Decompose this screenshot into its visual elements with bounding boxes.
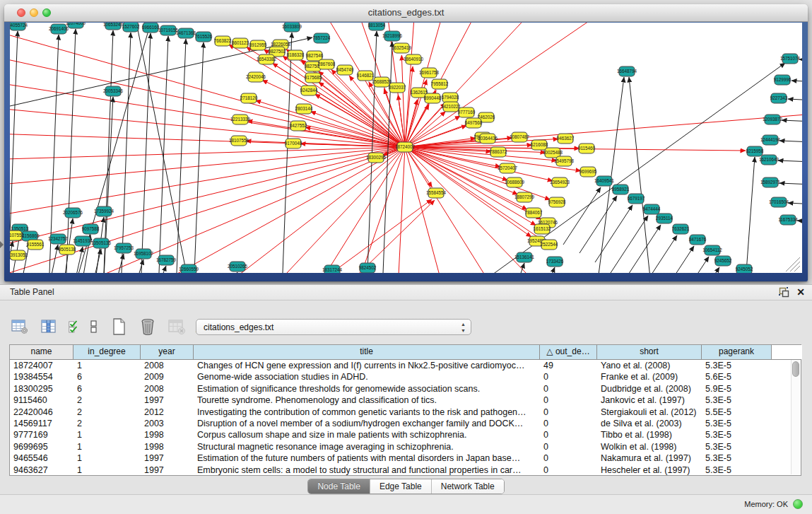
panel-collapse-handle-icon[interactable] [0, 241, 4, 248]
graph-node[interactable]: 8186328 [287, 50, 305, 60]
graph-node[interactable]: 6794028 [442, 93, 459, 103]
graph-node[interactable]: 12074009 [66, 23, 86, 28]
graph-node[interactable]: 16210643 [759, 155, 779, 165]
graph-node[interactable]: 20510265 [228, 262, 248, 271]
graph-node[interactable]: 20206576 [63, 208, 83, 218]
graph-node[interactable]: 8958921 [612, 185, 630, 194]
graph-node[interactable]: 9505138 [59, 245, 76, 255]
float-window-icon[interactable] [778, 286, 789, 298]
graph-node[interactable]: 8990448 [424, 93, 442, 103]
network-window-titlebar[interactable]: citations_edges.txt [4, 4, 808, 22]
graph-node[interactable]: 20053346 [103, 86, 124, 96]
graph-node[interactable]: 9175685 [305, 73, 322, 83]
graph-node[interactable]: 16033809 [282, 23, 302, 32]
column-header-name[interactable]: name [10, 345, 73, 359]
graph-node[interactable]: 17957253 [114, 243, 134, 253]
table-row[interactable]: 946362711997Embryonic stem cells: a mode… [10, 465, 801, 476]
graph-node[interactable]: 22420046 [246, 72, 266, 82]
memory-ok-icon[interactable] [793, 499, 803, 509]
graph-node[interactable]: 9227343 [770, 93, 788, 103]
table-row[interactable]: 1872400712008Changes of HCN gene express… [10, 360, 801, 371]
graph-node[interactable]: 14055724 [10, 23, 28, 30]
graph-node[interactable]: 2522544 [541, 240, 558, 250]
graph-node[interactable]: 7886372 [490, 147, 507, 157]
graph-node[interactable]: 9245052 [736, 264, 753, 273]
graph-node[interactable]: 8427552 [290, 121, 307, 131]
table-row[interactable]: 1830029562008Estimation of significance … [10, 383, 801, 395]
row-options-button[interactable] [88, 317, 100, 336]
graph-node[interactable]: 18300295 [366, 153, 387, 163]
graph-node[interactable]: 13913051 [10, 250, 28, 260]
table-row[interactable]: 969969511998Structural magnetic resonanc… [10, 441, 801, 452]
table-row[interactable]: 2242004622012Investigating the contribut… [10, 407, 801, 418]
graph-node[interactable]: 20364436 [478, 134, 498, 144]
graph-node[interactable]: 17359924 [94, 206, 114, 216]
table-row[interactable]: 911546021997Tourette syndrome. Phenomeno… [10, 395, 801, 406]
table-selector[interactable]: citations_edges.txt ▲▼ [196, 319, 471, 335]
graph-node[interactable]: 16543382 [257, 54, 277, 64]
graph-node[interactable]: 7857224 [313, 33, 331, 43]
graph-node[interactable]: 13505135 [91, 238, 112, 248]
graph-node[interactable]: 7955812 [431, 79, 449, 89]
column-header-in_degree[interactable]: in_degree [73, 345, 141, 359]
graph-node[interactable]: 8601123 [232, 38, 249, 48]
graph-node[interactable]: 9699695 [579, 167, 597, 177]
graph-node[interactable]: 9115460 [578, 144, 596, 153]
graph-node[interactable]: 9170048 [285, 139, 302, 148]
graph-node[interactable]: 15751074 [780, 54, 801, 64]
graph-node[interactable]: 15892971 [760, 177, 781, 187]
graph-node[interactable]: 8922037 [389, 83, 406, 93]
graph-node[interactable]: 12444194 [760, 135, 781, 145]
graph-node[interactable]: 16409541 [594, 176, 615, 186]
graph-node[interactable]: 12342757 [48, 234, 69, 244]
graph-node[interactable]: 6966160 [142, 23, 160, 33]
column-header-out_de[interactable]: △ out_de… [540, 345, 597, 359]
graph-node[interactable]: 15584554 [426, 188, 447, 198]
table-mode-button[interactable] [10, 317, 30, 336]
graph-node[interactable]: 9777169 [458, 107, 476, 117]
graph-node[interactable]: 19218996 [382, 31, 403, 41]
create-column-button[interactable] [109, 317, 129, 336]
column-header-short[interactable]: short [597, 345, 702, 359]
graph-node[interactable]: 2867608 [318, 59, 336, 69]
graph-node[interactable]: 16958107 [134, 249, 154, 259]
graph-node[interactable]: 7884067 [525, 208, 543, 218]
table-row[interactable]: 977716911998Corpus callosum shape and si… [10, 429, 801, 440]
tab-network-table[interactable]: Network Table [432, 479, 504, 493]
graph-node[interactable]: 16782759 [156, 255, 177, 265]
graph-node[interactable]: 9824502 [359, 263, 377, 273]
column-header-year[interactable]: year [141, 345, 194, 359]
graph-node[interactable]: 15495798 [554, 156, 575, 166]
tab-node-table[interactable]: Node Table [308, 479, 370, 493]
graph-node[interactable]: 9129996 [774, 75, 792, 85]
graph-node[interactable]: 9463627 [557, 134, 575, 144]
graph-node[interactable]: 18107554 [229, 136, 249, 146]
graph-node[interactable]: 11451934 [73, 236, 93, 246]
graph-node[interactable]: 1733426 [546, 257, 564, 267]
scrollbar-thumb[interactable] [792, 361, 799, 377]
graph-node[interactable]: 9756928 [548, 197, 566, 207]
graph-node[interactable]: 16961758 [419, 68, 440, 78]
graph-node[interactable]: 12213339 [230, 115, 251, 124]
graph-node[interactable]: 11675334 [778, 215, 798, 225]
graph-node[interactable]: 10653247 [103, 23, 124, 30]
graph-node[interactable]: 10807487 [510, 132, 530, 142]
delete-column-button[interactable] [138, 317, 158, 336]
table-row[interactable]: 946554611997Estimation of the future num… [10, 452, 801, 464]
graph-node[interactable]: 16325419 [392, 43, 412, 53]
graph-node[interactable]: 6679197 [628, 194, 645, 204]
graph-node[interactable]: 10688609 [505, 177, 525, 187]
graph-node[interactable]: 9155561 [27, 240, 45, 250]
graph-node[interactable]: 18807299 [514, 192, 535, 202]
vertical-scrollbar[interactable] [791, 360, 801, 474]
graph-node[interactable]: 7615526 [195, 32, 213, 42]
show-columns-button[interactable] [39, 317, 59, 336]
graph-node[interactable]: 8813054 [368, 23, 386, 30]
graph-node[interactable]: 8471676 [689, 235, 707, 245]
graph-node[interactable]: 12660559 [179, 264, 199, 273]
close-panel-icon[interactable]: ✕ [796, 286, 805, 298]
graph-node[interactable]: 13654923 [550, 177, 570, 187]
graph-node[interactable]: 17016504 [769, 197, 789, 207]
graph-node[interactable]: 6497568 [465, 118, 483, 128]
column-header-pagerank[interactable]: pagerank [702, 345, 772, 359]
